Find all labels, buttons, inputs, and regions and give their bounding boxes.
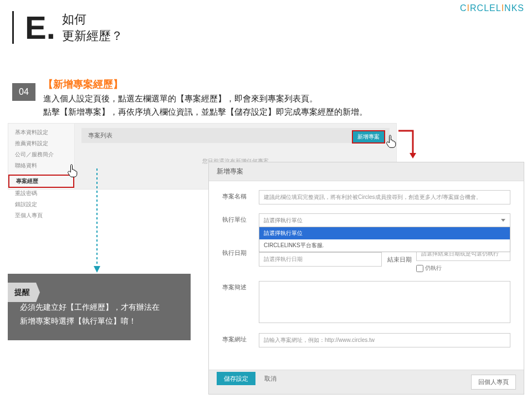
- list-title: 專案列表: [88, 132, 112, 139]
- ongoing-label: 仍執行: [425, 265, 442, 271]
- add-project-button[interactable]: 新增專案: [352, 130, 385, 144]
- brand-logo: CIRCLELINKS: [460, 3, 524, 13]
- reminder-callout: 提醒 必須先建立好【工作經歷】，才有辦法在 新增專案時選擇【執行單位】唷！: [8, 274, 191, 340]
- unit-select[interactable]: 請選擇執行單位: [259, 213, 510, 228]
- dotted-arrow-icon: [89, 166, 105, 275]
- project-url-input[interactable]: 請輸入專案網址，例如：http://www.circles.tw: [259, 333, 510, 347]
- select-option[interactable]: 請選擇執行單位: [259, 227, 510, 239]
- field-label: 執行單位: [222, 213, 259, 224]
- step-number-badge: 04: [12, 83, 35, 101]
- sidebar: 基本資料設定 推薦資料設定 公司／服務簡介 聯絡資料 專案經歷 重設密碼 錯誤設…: [8, 124, 75, 189]
- unit-select-dropdown: 請選擇執行單位 CIRCLELINKS平台客服.: [259, 227, 510, 252]
- page-title: 如何 更新經歷？: [62, 11, 123, 44]
- sidebar-item[interactable]: 基本資料設定: [8, 127, 74, 138]
- sidebar-item[interactable]: 錯誤設定: [8, 199, 74, 210]
- field-label: 結束日期: [387, 255, 412, 264]
- cancel-button[interactable]: 取消: [257, 372, 284, 385]
- dialog-header: 新增專案: [209, 162, 524, 181]
- field-label: 專案網址: [222, 333, 259, 344]
- chevron-down-icon: [501, 219, 505, 222]
- flow-arrow-icon: [396, 129, 416, 163]
- sidebar-item[interactable]: 聯絡資料: [8, 160, 74, 171]
- sidebar-item[interactable]: 推薦資料設定: [8, 138, 74, 149]
- dialog-footer: 儲存設定 取消 回個人專頁: [209, 370, 524, 394]
- sidebar-item-projects[interactable]: 專案經歷: [8, 175, 74, 188]
- back-button[interactable]: 回個人專頁: [471, 375, 516, 390]
- field-label: 專案名稱: [222, 190, 259, 201]
- sidebar-item[interactable]: 至個人專頁: [8, 210, 74, 221]
- step-title: 【新增專案經歷】: [43, 78, 123, 91]
- step-description: 進入個人設定頁後，點選左欄選單的【專案經歷】，即會來到專案列表頁。 點擊【新增專…: [43, 92, 367, 119]
- reminder-tag: 提醒: [8, 283, 40, 302]
- project-desc-textarea[interactable]: [259, 281, 510, 323]
- sidebar-item[interactable]: 公司／服務簡介: [8, 149, 74, 160]
- page-header: E. 如何 更新經歷？: [12, 11, 123, 44]
- field-label: 專案簡述: [222, 281, 259, 291]
- section-letter: E.: [25, 12, 55, 44]
- list-header: 專案列表 新增專案: [81, 128, 390, 143]
- start-date-input[interactable]: 請選擇執行日期: [259, 252, 382, 267]
- project-name-input[interactable]: 建議此欄位填寫完整資訊，將有利於被Circles成員搜尋到，創造更多人才/專案媒…: [259, 190, 510, 204]
- sidebar-item[interactable]: 重設密碼: [8, 188, 74, 199]
- add-project-dialog: 新增專案 專案名稱 建議此欄位填寫完整資訊，將有利於被Circles成員搜尋到，…: [208, 162, 524, 395]
- select-option[interactable]: CIRCLELINKS平台客服.: [259, 239, 510, 252]
- field-label: 執行日期: [222, 247, 259, 257]
- ongoing-checkbox[interactable]: [416, 265, 423, 272]
- save-button[interactable]: 儲存設定: [217, 372, 255, 385]
